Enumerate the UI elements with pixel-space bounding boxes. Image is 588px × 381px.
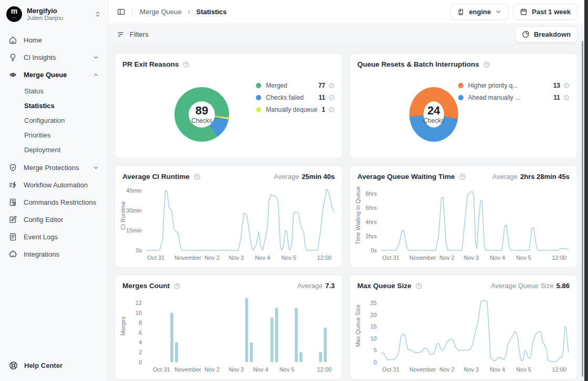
y-tick-label: 2hrs (366, 233, 377, 239)
y-tick-label: 6hrs (366, 205, 377, 211)
sidebar-subitem-deployment[interactable]: Deployment (0, 142, 108, 157)
sidebar-item-label: Workflow Automation (24, 181, 88, 189)
chart-plot-area[interactable]: 0s2hrs4hrs6hrs8hrsOct 31NovemberNov 2Nov… (381, 188, 569, 250)
edit-pencil-icon (8, 215, 17, 224)
sidebar-subitem-configuration[interactable]: Configuration (0, 113, 108, 128)
sidebar-item-home[interactable]: Home (0, 31, 108, 49)
sidebar-subitem-status[interactable]: Status (0, 83, 108, 98)
legend-color-dot (458, 83, 463, 88)
sidebar-item-label: CI Insights (24, 54, 56, 61)
sidebar-item-workflow-automation[interactable]: Workflow Automation (0, 176, 108, 194)
question-circle-icon[interactable] (173, 282, 181, 290)
y-tick-label: 20 (370, 312, 377, 318)
pie-chart-icon (522, 30, 530, 38)
question-circle-icon[interactable] (483, 61, 490, 68)
legend-item[interactable]: Checks failed11 (256, 94, 335, 101)
workspace-switcher[interactable]: m... Mergifyio Julien Danjou (0, 0, 108, 27)
sidebar-subitem-priorities[interactable]: Priorities (0, 128, 108, 142)
x-tick-label: Nov 4 (253, 366, 269, 373)
x-tick-label: Nov 2 (204, 255, 220, 261)
repo-book-icon (457, 8, 465, 16)
date-range-button[interactable]: Past 1 week (513, 4, 577, 20)
info-circle-icon[interactable] (563, 82, 570, 89)
x-tick-label: Nov 2 (439, 366, 455, 373)
pr-exit-donut-chart[interactable]: 89 Checks (174, 87, 229, 142)
breakdown-button[interactable]: Breakdown (515, 26, 577, 43)
legend-color-dot (256, 107, 261, 112)
y-axis-title: Max Queue Size (355, 304, 361, 347)
card-title: Max Queue Size (357, 282, 411, 290)
y-tick-label: 4 (139, 339, 142, 345)
chevron-up-down-icon (94, 10, 101, 18)
legend-item[interactable]: Higher priority q...13 (458, 82, 570, 89)
y-tick-label: 0 (374, 359, 377, 365)
chart-plot-area[interactable]: 024681012Oct 31NovemberNov 2Nov 3Nov 4No… (147, 297, 334, 362)
legend-item[interactable]: Manually dequeued1 (256, 106, 335, 113)
vertical-scrollbar[interactable] (582, 41, 583, 377)
queue-resets-legend: Higher priority q...13Ahead manually ...… (458, 82, 570, 101)
breadcrumb-parent[interactable]: Merge Queue (140, 8, 182, 16)
queue-resets-donut-chart[interactable]: 24 Checks (409, 87, 458, 142)
filters-button[interactable]: Filters (117, 30, 148, 38)
legend-value: 1 (322, 106, 325, 113)
average-value: Average2hrs 28min 45s (492, 173, 570, 181)
info-circle-icon[interactable] (328, 94, 335, 101)
puzzle-icon (8, 250, 17, 259)
pr-exit-legend: Merged77Checks failed11Manually dequeued… (256, 82, 335, 113)
x-tick-label: November (409, 366, 436, 373)
card-pr-exit-reasons: PR Exit Reasons 89 Checks Merged77Checks… (115, 53, 343, 158)
legend-value: 11 (553, 94, 560, 101)
help-center-link[interactable]: Help Center (8, 361, 63, 371)
chevron-right-icon (186, 9, 192, 15)
legend-color-dot (256, 95, 261, 100)
average-value: Average Queue Size5.86 (491, 282, 570, 290)
question-circle-icon[interactable] (459, 173, 466, 181)
shield-check-icon (8, 163, 17, 172)
sidebar-item-label: Config Editor (24, 216, 63, 224)
x-tick-label: Nov 4 (490, 255, 505, 261)
sidebar-item-event-logs[interactable]: Event Logs (0, 228, 108, 246)
card-queue-resets: Queue Resets & Batch Interruptions 24 Ch… (349, 53, 577, 158)
legend-color-dot (256, 83, 261, 88)
x-tick-label: Nov 5 (516, 366, 531, 373)
sidebar-item-commands-restrictions[interactable]: Commands Restrictions (0, 194, 108, 211)
y-tick-label: 8 (139, 320, 142, 326)
sidebar-item-config-editor[interactable]: Config Editor (0, 211, 108, 228)
chevron-down-icon (92, 164, 99, 171)
x-tick-label: 12:00 (317, 255, 332, 261)
info-circle-icon[interactable] (563, 94, 570, 101)
legend-item[interactable]: Ahead manually ...11 (458, 94, 570, 101)
card-max-queue-size: Max Queue Size Average Queue Size5.86 Ma… (349, 274, 577, 379)
x-tick-label: Nov 5 (516, 255, 531, 261)
legend-item[interactable]: Merged77 (256, 82, 335, 89)
legend-color-dot (458, 95, 463, 100)
question-circle-icon[interactable] (182, 61, 190, 68)
workspace-user: Julien Danjou (27, 15, 64, 22)
queue-waiting-chart: 0s2hrs4hrs6hrs8hrsOct 31NovemberNov 2Nov… (381, 188, 569, 250)
x-tick-label: Oct 31 (148, 255, 164, 261)
sidebar-item-merge-protections[interactable]: Merge Protections (0, 159, 108, 176)
top-header: Merge Queue Statistics engine Past 1 wee… (108, 0, 588, 24)
sidebar-subitem-statistics[interactable]: Statistics (0, 98, 108, 113)
sidebar-item-ci-insights[interactable]: CI Insights (0, 49, 108, 66)
question-circle-icon[interactable] (415, 282, 422, 290)
lightbulb-icon (8, 53, 17, 62)
donut-total-label: Checks (191, 117, 212, 124)
sidebar-item-integrations[interactable]: Integrations (0, 246, 108, 263)
x-tick-label: November (409, 255, 436, 261)
question-circle-icon[interactable] (193, 173, 201, 181)
breadcrumb-current: Statistics (197, 8, 227, 16)
sidebar-toggle-icon[interactable] (117, 7, 126, 16)
max-queue-size-chart: 0510152025Oct 31NovemberNov 2Nov 3Nov 4N… (381, 297, 569, 362)
chart-plot-area[interactable]: 0510152025Oct 31NovemberNov 2Nov 3Nov 4N… (381, 297, 569, 362)
calendar-icon (520, 8, 528, 16)
info-circle-icon[interactable] (328, 107, 335, 113)
dashboard-grid: PR Exit Reasons 89 Checks Merged77Checks… (108, 45, 588, 381)
sidebar-item-merge-queue[interactable]: Merge Queue (0, 66, 108, 83)
divider (132, 8, 132, 16)
card-title: Average Queue Waiting Time (357, 173, 455, 181)
y-tick-label: 15 (370, 323, 377, 330)
repository-selector[interactable]: engine (450, 4, 509, 20)
chart-plot-area[interactable]: 0s15min30min45minOct 31NovemberNov 2Nov … (147, 188, 334, 250)
info-circle-icon[interactable] (328, 82, 335, 89)
